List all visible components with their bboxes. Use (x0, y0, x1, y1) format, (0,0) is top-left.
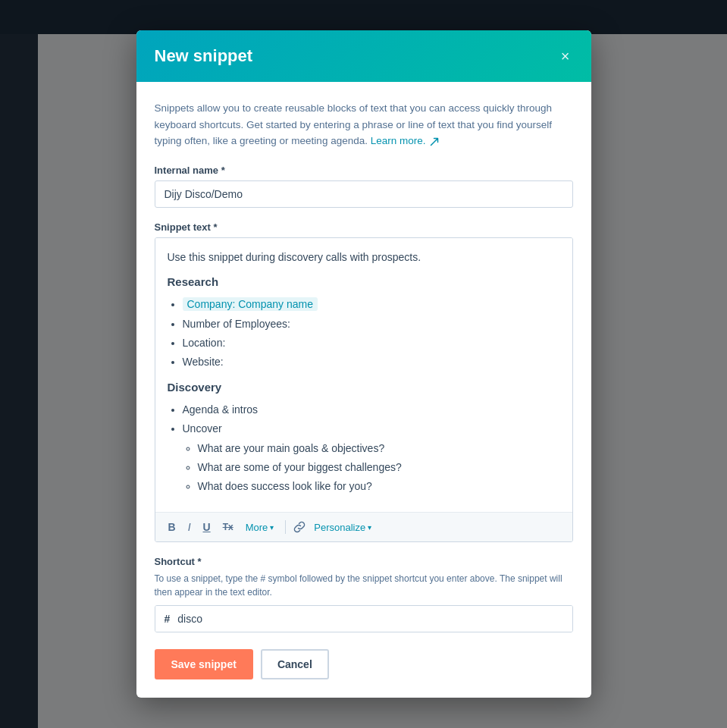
modal-body: Snippets allow you to create reusable bl… (136, 82, 591, 637)
uncover-sublist: What are your main goals & objectives? W… (183, 440, 560, 495)
modal-title: New snippet (155, 46, 253, 66)
shortcut-label: Shortcut * (155, 556, 573, 567)
toolbar-divider (285, 520, 286, 534)
chevron-down-icon: ▾ (270, 523, 274, 532)
new-snippet-modal: New snippet × Snippets allow you to crea… (136, 30, 591, 698)
list-item: Location: (183, 334, 560, 351)
internal-name-input[interactable] (155, 180, 573, 208)
list-item: Agenda & intros (183, 401, 560, 418)
external-link-icon (430, 137, 439, 146)
shortcut-section: Shortcut * To use a snippet, type the # … (155, 556, 573, 632)
research-heading: Research (168, 273, 560, 291)
personalize-button[interactable]: Personalize ▾ (310, 519, 375, 535)
list-item: Company: Company name (183, 296, 560, 312)
internal-name-group: Internal name * (155, 165, 573, 208)
company-token: Company: Company name (183, 297, 318, 311)
modal-backdrop: New snippet × Snippets allow you to crea… (0, 0, 727, 728)
more-button[interactable]: More ▾ (242, 519, 278, 535)
italic-button[interactable]: I (184, 519, 195, 536)
description-text: Snippets allow you to create reusable bl… (155, 100, 573, 149)
list-item: Website: (183, 353, 560, 370)
strikethrough-button[interactable]: Tx (219, 519, 237, 535)
editor-content[interactable]: Use this snippet during discovery calls … (155, 238, 572, 512)
internal-name-label: Internal name * (155, 165, 573, 176)
cancel-button[interactable]: Cancel (261, 649, 329, 679)
shortcut-help-text: To use a snippet, type the # symbol foll… (155, 572, 573, 599)
list-item: Number of Employees: (183, 315, 560, 332)
snippet-text-label: Snippet text * (155, 221, 573, 233)
editor-intro: Use this snippet during discovery calls … (168, 249, 560, 265)
list-item: What are your main goals & objectives? (198, 440, 560, 457)
discovery-list: Agenda & intros Uncover What are your ma… (168, 401, 560, 495)
link-icon (293, 521, 306, 533)
shortcut-input-wrapper: # (155, 605, 573, 632)
close-button[interactable]: × (558, 46, 573, 67)
learn-more-link[interactable]: Learn more. (371, 135, 426, 146)
modal-header: New snippet × (136, 30, 591, 82)
editor-container: Use this snippet during discovery calls … (155, 237, 573, 543)
snippet-text-group: Snippet text * Use this snippet during d… (155, 221, 573, 543)
shortcut-hash: # (155, 606, 178, 632)
editor-toolbar: B I U Tx More ▾ (155, 512, 572, 542)
bold-button[interactable]: B (165, 519, 180, 536)
list-item: What are some of your biggest challenges… (198, 459, 560, 475)
modal-footer: Save snippet Cancel (136, 637, 591, 698)
personalize-chevron-icon: ▾ (368, 523, 371, 532)
list-item: What does success look like for you? (198, 478, 560, 494)
discovery-heading: Discovery (168, 378, 560, 397)
save-snippet-button[interactable]: Save snippet (155, 649, 253, 679)
research-list: Company: Company name Number of Employee… (168, 296, 560, 371)
underline-button[interactable]: U (199, 519, 215, 536)
shortcut-input[interactable] (177, 606, 572, 632)
list-item: Uncover What are your main goals & objec… (183, 420, 560, 495)
